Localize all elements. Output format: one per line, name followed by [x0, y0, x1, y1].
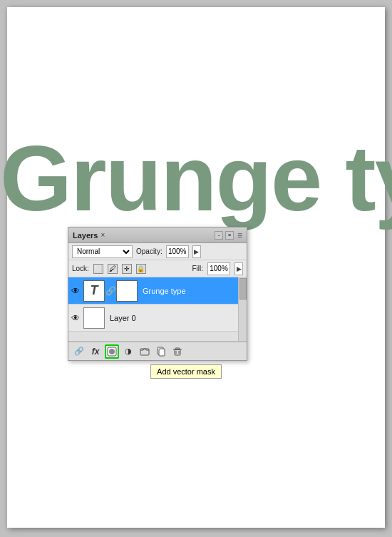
eye-icon-layer0[interactable]: 👁 [70, 312, 81, 324]
layer-name-layer0: Layer 0 [110, 314, 244, 322]
opacity-input[interactable] [166, 245, 189, 258]
svg-point-1 [109, 349, 115, 354]
fill-label: Fill: [192, 265, 203, 272]
blend-mode-select[interactable]: Normal Multiply Screen Overlay [72, 245, 133, 258]
panel-toolbar: 🔗 fx ◑ [68, 342, 247, 360]
lock-position-icon[interactable]: ✛ [122, 264, 132, 274]
eye-icon-grunge[interactable]: 👁 [70, 285, 81, 297]
delete-layer-icon[interactable] [170, 344, 185, 359]
add-vector-mask-button[interactable] [105, 344, 119, 359]
fill-input[interactable] [207, 262, 230, 275]
minimize-button[interactable]: - [215, 231, 223, 240]
lock-label: Lock: [72, 265, 89, 272]
fill-arrow[interactable]: ▶ [234, 262, 243, 275]
scrollbar-thumb[interactable] [239, 278, 247, 300]
link-icon[interactable]: 🔗 [72, 344, 86, 359]
add-vector-mask-tooltip: Add vector mask [150, 364, 222, 379]
adjustment-layer-icon[interactable]: ◑ [121, 344, 135, 359]
layers-panel: Layers × - × ≡ Normal Multiply Screen Ov… [68, 227, 247, 361]
layer-name-grunge: Grunge type [143, 287, 244, 295]
type-thumbnail-grunge: T [83, 280, 105, 302]
new-layer-icon[interactable] [154, 344, 168, 359]
svg-rect-4 [159, 349, 165, 356]
blend-mode-row: Normal Multiply Screen Overlay Opacity: … [68, 243, 247, 260]
panel-titlebar: Layers × - × ≡ [68, 227, 247, 243]
lock-all-icon[interactable]: 🔒 [136, 264, 146, 274]
close-button[interactable]: × [225, 231, 234, 240]
layer-row-layer0[interactable]: 👁 Layer 0 [68, 305, 247, 332]
new-group-icon[interactable] [138, 344, 152, 359]
opacity-label: Opacity: [136, 247, 163, 255]
panel-title: Layers [73, 231, 98, 240]
lock-transparency-icon[interactable]: ⬜ [93, 264, 103, 274]
layers-scrollbar[interactable] [238, 277, 247, 341]
fx-icon[interactable]: fx [88, 344, 103, 359]
chain-icon-grunge: 🔗 [107, 280, 114, 302]
lock-row: Lock: ⬜ 🖊 ✛ 🔒 Fill: ▶ [68, 260, 247, 277]
svg-rect-5 [175, 349, 180, 355]
svg-rect-2 [140, 349, 149, 355]
layer-row-grunge-type[interactable]: 👁 T 🔗 Grunge type [68, 277, 247, 305]
panel-menu-icon[interactable]: ≡ [237, 230, 242, 240]
lock-image-pixels-icon[interactable]: 🖊 [108, 264, 118, 274]
canvas-grunge-text: Grunge typ [0, 125, 392, 232]
mask-thumbnail-grunge [116, 280, 138, 302]
panel-close-x[interactable]: × [100, 231, 105, 239]
titlebar-right: - × ≡ [215, 230, 242, 240]
opacity-arrow[interactable]: ▶ [192, 245, 201, 258]
svg-rect-7 [175, 348, 180, 349]
titlebar-left: Layers × [73, 231, 105, 240]
layers-list: 👁 T 🔗 Grunge type 👁 Layer 0 [68, 277, 247, 342]
thumbnail-layer0 [83, 307, 105, 329]
